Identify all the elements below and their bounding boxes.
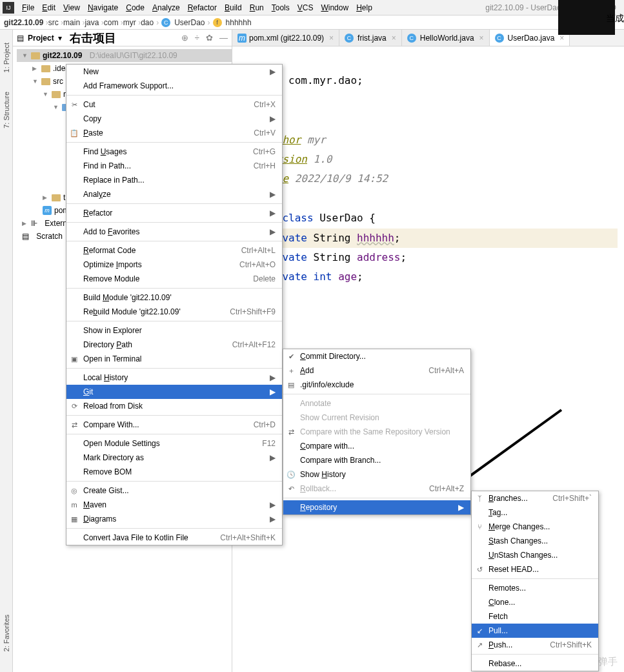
menu-navigate[interactable]: Navigate xyxy=(84,2,122,14)
menu-item[interactable]: ✔Commit Directory... xyxy=(283,349,470,363)
menu-code[interactable]: Code xyxy=(122,2,148,14)
git-submenu[interactable]: ✔Commit Directory...＋AddCtrl+Alt+A▤.git/… xyxy=(283,349,471,515)
menu-item[interactable]: Git▶ xyxy=(66,385,282,399)
menu-item[interactable]: Mark Directory as▶ xyxy=(66,451,282,465)
breadcrumb-item[interactable]: src xyxy=(48,18,59,27)
⟳-icon: ⟳ xyxy=(70,402,79,411)
menu-run[interactable]: Run xyxy=(246,2,268,14)
hide-icon[interactable]: — xyxy=(219,33,228,43)
menu-item[interactable]: Remove BOM xyxy=(66,465,282,479)
project-context-menu[interactable]: New▶Add Framework Support...✂CutCtrl+XCo… xyxy=(66,64,283,545)
menu-item[interactable]: ▣Open in Terminal xyxy=(66,352,282,366)
menu-item[interactable]: Stash Changes... xyxy=(472,534,598,548)
menu-item[interactable]: Reformat CodeCtrl+Alt+L xyxy=(66,243,282,258)
app-logo: IJ xyxy=(3,2,14,14)
menu-analyze[interactable]: Analyze xyxy=(148,2,184,14)
menu-item[interactable]: ↺Reset HEAD... xyxy=(472,562,598,576)
menu-item[interactable]: New▶ xyxy=(66,65,282,79)
⇄-icon: ⇄ xyxy=(287,427,296,436)
menu-item[interactable]: 🕓Show History xyxy=(283,467,470,482)
close-icon[interactable]: × xyxy=(329,34,334,43)
menu-item[interactable]: Clone... xyxy=(472,595,598,609)
menu-item[interactable]: Add to Favorites▶ xyxy=(66,225,282,239)
menu-item[interactable]: Find UsagesCtrl+G xyxy=(66,145,282,159)
locate-icon[interactable]: ⊕ xyxy=(181,33,188,43)
ᛉ-icon: ᛉ xyxy=(475,494,484,503)
sidebar-title[interactable]: Project xyxy=(28,34,54,43)
⑂-icon: ⑂ xyxy=(475,522,484,531)
close-icon[interactable]: × xyxy=(392,34,396,43)
breadcrumb-item[interactable]: dao xyxy=(141,18,154,27)
menu-item[interactable]: 📋PasteCtrl+V xyxy=(66,126,282,140)
menu-file[interactable]: File xyxy=(18,2,38,14)
menu-view[interactable]: View xyxy=(59,2,84,14)
menu-item[interactable]: Repository▶ xyxy=(283,500,470,514)
menu-item[interactable]: Local History▶ xyxy=(66,371,282,385)
cn-annotation: 右击项目 xyxy=(70,30,116,46)
menu-refactor[interactable]: Refactor xyxy=(184,2,221,14)
menu-help[interactable]: Help xyxy=(352,2,376,14)
sidebar-header: ▤ Project ▾ 右击项目 ⊕ ÷ ✿ — xyxy=(13,30,232,46)
menu-item[interactable]: ⇄Compare With...Ctrl+D xyxy=(66,418,282,432)
menu-item[interactable]: ᛉBranches...Ctrl+Shift+` xyxy=(472,491,598,505)
menu-window[interactable]: Window xyxy=(317,2,352,14)
breadcrumb-field[interactable]: hhhhhh xyxy=(226,18,252,27)
menu-item[interactable]: Compare with Branch... xyxy=(283,453,470,467)
menu-item[interactable]: ▦Diagrams▶ xyxy=(66,512,282,526)
settings-icon[interactable]: ✿ xyxy=(206,33,213,43)
editor-tab[interactable]: Cfrist.java× xyxy=(339,30,402,46)
menu-item[interactable]: Directory PathCtrl+Alt+F12 xyxy=(66,338,282,352)
menu-item[interactable]: Replace in Path... xyxy=(66,173,282,187)
menu-item[interactable]: Rebuild Module 'git22.10.09'Ctrl+Shift+F… xyxy=(66,305,282,319)
menu-item[interactable]: Analyze▶ xyxy=(66,187,282,201)
↶-icon: ↶ xyxy=(287,484,296,493)
menu-item[interactable]: ◎Create Gist... xyxy=(66,484,282,498)
menu-edit[interactable]: Edit xyxy=(38,2,59,14)
menu-item[interactable]: ✂CutCtrl+X xyxy=(66,97,282,112)
menu-item[interactable]: Find in Path...Ctrl+H xyxy=(66,159,282,173)
cn-annotation-right: 当成 xyxy=(606,13,624,25)
editor-tab[interactable]: mpom.xml (git22.10.09)× xyxy=(232,30,339,46)
collapse-icon[interactable]: ÷ xyxy=(195,33,199,43)
breadcrumb-item[interactable]: com xyxy=(104,18,119,27)
code-editor[interactable]: package package com.myr.dao;com.myr.dao;… xyxy=(232,46,624,331)
menu-item[interactable]: UnStash Changes... xyxy=(472,548,598,562)
menu-item[interactable]: mMaven▶ xyxy=(66,498,282,512)
menu-item[interactable]: Copy▶ xyxy=(66,112,282,126)
breadcrumb-item[interactable]: java xyxy=(85,18,99,27)
menu-item[interactable]: ↗Push...Ctrl+Shift+K xyxy=(472,638,598,652)
tree-root[interactable]: ▼git22.10.09 D:\ideaIU\GIT\git22.10.09 xyxy=(17,49,232,62)
menu-item[interactable]: Add Framework Support... xyxy=(66,79,282,93)
menu-item[interactable]: Fetch xyxy=(472,609,598,624)
menu-item[interactable]: Refactor▶ xyxy=(66,206,282,220)
menu-item[interactable]: Show in Explorer xyxy=(66,323,282,338)
breadcrumb-item[interactable]: main xyxy=(63,18,80,27)
menu-item[interactable]: Optimize ImportsCtrl+Alt+O xyxy=(66,258,282,272)
menu-item[interactable]: Remotes... xyxy=(472,581,598,595)
menu-item[interactable]: Open Module SettingsF12 xyxy=(66,436,282,451)
menu-build[interactable]: Build xyxy=(221,2,246,14)
menu-vcs[interactable]: VCS xyxy=(294,2,317,14)
menu-item[interactable]: Tag... xyxy=(472,505,598,520)
breadcrumb-item[interactable]: myr xyxy=(123,18,136,27)
menu-item[interactable]: ＋AddCtrl+Alt+A xyxy=(283,363,470,378)
menu-item[interactable]: Rebase... xyxy=(472,657,598,671)
menu-item[interactable]: Convert Java File to Kotlin FileCtrl+Alt… xyxy=(66,531,282,545)
m-icon: m xyxy=(70,500,79,509)
menu-item[interactable]: Remove ModuleDelete xyxy=(66,272,282,286)
breadcrumb-class[interactable]: UserDao xyxy=(174,18,205,27)
breadcrumb-item[interactable]: git22.10.09 xyxy=(4,18,43,27)
menu-item[interactable]: Compare with... xyxy=(283,439,470,453)
menu-item[interactable]: ⟳Reload from Disk xyxy=(66,399,282,413)
editor-tab[interactable]: CHelloWorld.java× xyxy=(402,30,490,46)
menu-item[interactable]: ↙Pull... xyxy=(472,624,598,638)
toolwindow-structure[interactable]: 7: Structure xyxy=(3,92,10,128)
toolwindow-project[interactable]: 1: Project xyxy=(3,43,10,72)
menu-tools[interactable]: Tools xyxy=(268,2,294,14)
menu-item[interactable]: ▤.git/info/exclude xyxy=(283,378,470,392)
repository-submenu[interactable]: ᛉBranches...Ctrl+Shift+`Tag...⑂Merge Cha… xyxy=(471,491,599,671)
close-icon[interactable]: × xyxy=(479,34,484,43)
toolwindow-favorites[interactable]: 2: Favorites xyxy=(3,615,10,651)
menu-item[interactable]: Build Module 'git22.10.09' xyxy=(66,290,282,305)
menu-item[interactable]: ⑂Merge Changes... xyxy=(472,520,598,534)
